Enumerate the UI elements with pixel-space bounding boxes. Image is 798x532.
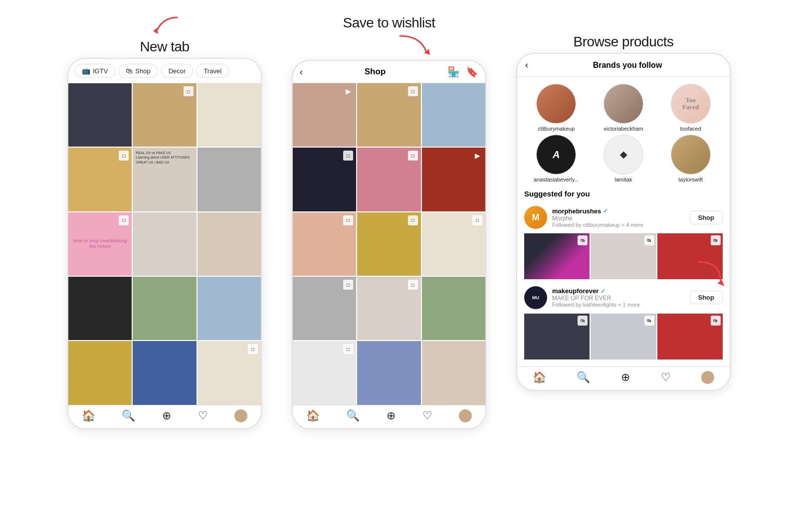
igtv-icon: 📺 (82, 67, 90, 75)
brand-avatar-victoria (603, 84, 643, 124)
add-nav-icon[interactable]: ⊕ (621, 371, 630, 384)
grid-cell[interactable] (198, 148, 261, 211)
brand-name-anastasia: anastasiabeverly... (534, 177, 579, 182)
save-badge: □ (472, 215, 482, 225)
add-nav-icon[interactable]: ⊕ (387, 409, 396, 422)
brand-avatar-ctilbury (536, 84, 576, 124)
profile-nav-avatar[interactable] (701, 371, 714, 384)
grid-cell[interactable]: □ (357, 212, 420, 276)
tab-travel[interactable]: Travel (196, 64, 229, 78)
save-badge: □ (408, 215, 418, 225)
grid-cell[interactable] (133, 212, 196, 276)
grid-cell[interactable]: ▶ (422, 148, 485, 211)
grid-cell[interactable] (68, 341, 132, 404)
grid-cell[interactable]: □ (293, 212, 356, 276)
browse-header-title: Brands you follow (533, 61, 722, 70)
heart-nav-icon[interactable]: ♡ (198, 409, 208, 422)
grid-cell[interactable] (357, 341, 420, 404)
search-nav-icon[interactable]: 🔍 (346, 409, 360, 422)
add-nav-icon[interactable]: ⊕ (162, 409, 171, 422)
brand-item-lamitak[interactable]: ◆ lamitak (592, 135, 656, 182)
grid-cell[interactable] (133, 277, 196, 340)
product-cell[interactable]: 🛍 (524, 233, 590, 279)
grid-cell[interactable]: □ (293, 277, 356, 340)
grid-cell[interactable] (422, 83, 485, 147)
heart-nav-icon[interactable]: ♡ (422, 409, 432, 422)
back-button[interactable]: ‹ (300, 67, 303, 77)
product-cell[interactable]: 🛍 (524, 314, 590, 359)
arrow-icon-2 (395, 32, 435, 57)
grid-cell[interactable]: □ (293, 148, 356, 211)
grid-cell[interactable]: □ (357, 277, 420, 340)
grid-cell[interactable]: □ (293, 341, 356, 404)
photo-grid-1: □ □ REAL UX vs FAKE UXLearning about USE… (68, 83, 261, 405)
product-cell[interactable]: 🛍 (591, 233, 656, 279)
save-badge: □ (343, 151, 353, 161)
grid-cell[interactable]: □ (68, 148, 132, 211)
profile-nav-avatar[interactable] (234, 409, 247, 422)
morphe-name: morphebrushes ✓ (552, 207, 685, 215)
tab-shop[interactable]: 🛍 Shop (118, 64, 158, 78)
search-nav-icon[interactable]: 🔍 (577, 371, 590, 384)
panel2-title: Save to wishlist (343, 15, 435, 31)
product-cell[interactable]: 🛍 (657, 314, 723, 359)
grid-cell[interactable]: REAL UX vs FAKE UXLearning about USER AT… (133, 148, 196, 211)
makeupforever-products-grid: 🛍 🛍 🛍 (524, 314, 723, 359)
arrow-3-container (693, 259, 728, 291)
verified-icon: ✓ (603, 207, 608, 214)
search-nav-icon[interactable]: 🔍 (122, 409, 135, 422)
back-button-browse[interactable]: ‹ (525, 60, 528, 70)
morphe-shop-button[interactable]: Shop (690, 211, 723, 224)
heart-nav-icon[interactable]: ♡ (661, 371, 671, 384)
bookmark-icon[interactable]: 🔖 (466, 66, 478, 78)
home-nav-icon[interactable]: 🏠 (82, 409, 95, 422)
suggestion-morphe: M morphebrushes ✓ Morphe Followed by cti… (524, 202, 723, 233)
grid-cell[interactable]: □ (422, 212, 485, 276)
save-badge: □ (408, 280, 418, 290)
home-nav-icon[interactable]: 🏠 (533, 371, 546, 384)
brand-avatar-toofaced: TooFaced (671, 84, 711, 124)
grid-cell[interactable]: □ (357, 83, 420, 147)
grid-cell[interactable]: □ (133, 83, 196, 147)
product-cell[interactable]: 🛍 (591, 314, 656, 359)
grid-cell[interactable] (198, 212, 261, 276)
store-icon[interactable]: 🏪 (447, 66, 460, 78)
grid-cell[interactable]: How to stop overthinking the Future□ (68, 212, 132, 276)
bottom-nav-1: 🏠 🔍 ⊕ ♡ (68, 405, 261, 428)
suggested-title: Suggested for you (524, 189, 723, 198)
grid-cell[interactable] (198, 277, 261, 340)
play-icon: ▶ (343, 86, 353, 96)
grid-cell[interactable]: ▶ (293, 83, 356, 147)
photo-grid-2: ▶ □ □ □ ▶ □ □ □ □ □ □ (293, 83, 485, 405)
arrow-icon-1 (147, 15, 182, 37)
brand-item-ctilbury[interactable]: ctilburymakeup (524, 84, 589, 132)
grid-cell[interactable] (68, 83, 132, 147)
panel3-title: Browse products (573, 34, 673, 50)
grid-cell[interactable]: □ (357, 148, 420, 211)
tab-igtv[interactable]: 📺 IGTV (74, 64, 115, 78)
grid-cell[interactable] (422, 277, 485, 340)
grid-cell[interactable] (422, 341, 485, 404)
grid-cell[interactable] (198, 83, 261, 147)
makeupforever-shop-button[interactable]: Shop (690, 291, 723, 304)
grid-cell[interactable]: □ (198, 341, 261, 404)
save-badge: □ (119, 215, 129, 225)
save-badge: □ (343, 344, 353, 354)
save-badge: 🛍 (711, 235, 721, 245)
makeupforever-name: makeupforever ✓ (552, 287, 685, 295)
brand-item-toofaced[interactable]: TooFaced toofaced (658, 84, 723, 132)
profile-nav-avatar[interactable] (459, 409, 472, 422)
grid-cell[interactable] (133, 341, 196, 404)
shop-header-title: Shop (365, 67, 386, 77)
brand-item-taylor[interactable]: taylorswift (658, 135, 723, 182)
tab-decor[interactable]: Decor (161, 64, 194, 78)
grid-cell[interactable] (68, 277, 132, 340)
panel2-title-area: Save to wishlist (343, 15, 435, 57)
home-nav-icon[interactable]: 🏠 (306, 409, 320, 422)
save-badge: □ (408, 151, 418, 161)
makeupforever-handle: MAKE UP FOR EVER (552, 295, 685, 302)
makeupforever-info: makeupforever ✓ MAKE UP FOR EVER Followe… (552, 287, 685, 308)
verified-icon: ✓ (600, 288, 605, 295)
brand-item-anastasia[interactable]: A anastasiabeverly... (524, 135, 589, 182)
brand-item-victoria[interactable]: victoriabeckham (592, 84, 656, 132)
